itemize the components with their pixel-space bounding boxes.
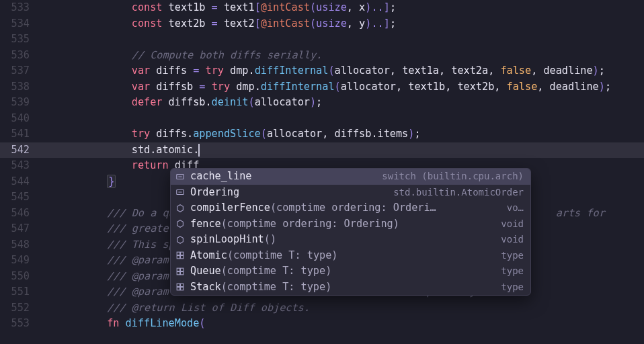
code-content[interactable]: const text1b = text1[@intCast(usize, x).… (44, 0, 396, 16)
method-icon (175, 234, 185, 245)
autocomplete-item-label: compilerFence(comptime ordering: Orderi… (190, 200, 501, 216)
token-op: ( (328, 64, 334, 77)
method-icon (175, 219, 185, 229)
code-content[interactable]: const text2b = text2[@intCast(usize, y).… (44, 16, 396, 32)
token-ident: dmp. (224, 64, 255, 77)
autocomplete-item[interactable]: Stack(comptime T: type)type (171, 280, 530, 296)
code-content[interactable]: std.atomic. (44, 142, 200, 159)
line-number: 537 (0, 63, 44, 79)
code-content[interactable]: var diffsb = try dmp.diffInternal(alloca… (44, 79, 611, 95)
line-number: 538 (0, 79, 44, 95)
token-ident: , y (347, 17, 365, 30)
svg-rect-14 (177, 288, 179, 290)
autocomplete-item[interactable]: fence(comptime ordering: Ordering)void (171, 216, 530, 232)
code-line[interactable]: 541 try diffs.appendSlice(allocator, dif… (0, 126, 644, 142)
const-icon (175, 187, 185, 198)
token-ident (205, 81, 211, 93)
line-number: 536 (0, 48, 44, 64)
autocomplete-item-label: spinLoopHint() (190, 232, 495, 248)
const-icon (175, 171, 185, 181)
code-line[interactable]: 552 /// @return List of Diff objects. (0, 300, 644, 316)
autocomplete-item[interactable]: Orderingstd.builtin.AtomicOrder (171, 185, 530, 201)
code-content[interactable]: try diffs.appendSlice(allocator, diffsb.… (44, 126, 421, 142)
code-line[interactable]: 533 const text1b = text1[@intCast(usize,… (0, 0, 644, 16)
method-icon (175, 203, 185, 213)
struct-icon (175, 251, 185, 261)
autocomplete-item-hint: switch (builtin.cpu.arch) (382, 169, 524, 185)
code-line[interactable]: 536 // Compute both diffs serially. (0, 48, 644, 64)
token-keyword: try (132, 128, 150, 140)
token-ident: diffs. (150, 128, 193, 140)
autocomplete-item[interactable]: Atomic(comptime T: type)type (171, 248, 530, 264)
token-keyword: var (132, 81, 150, 93)
code-line[interactable]: 542 std.atomic. (0, 142, 644, 159)
code-content[interactable]: var diffs = try dmp.diffInternal(allocat… (44, 63, 605, 79)
token-op: = (193, 64, 199, 77)
code-line[interactable]: 539 defer diffsb.deinit(allocator); (0, 95, 644, 111)
token-ident: allocator, diffsb.items (267, 128, 408, 140)
token-func: appendSlice (193, 128, 261, 140)
token-op: .. (371, 1, 383, 13)
token-builtin: @intCast (261, 1, 310, 13)
svg-rect-12 (177, 284, 179, 286)
code-line[interactable]: 553 fn diffLineMode( (0, 316, 644, 332)
autocomplete-item-hint: type (501, 263, 524, 280)
autocomplete-item-label: cache_line (190, 169, 376, 185)
line-number: 542 (0, 142, 44, 159)
token-ident: ; (390, 17, 396, 30)
autocomplete-item[interactable]: spinLoopHint()void (171, 232, 530, 248)
line-number: 547 (0, 221, 44, 237)
token-ident: ; (316, 96, 322, 108)
struct-icon (175, 282, 185, 292)
token-op: [ (255, 17, 261, 30)
line-number: 553 (0, 316, 44, 332)
code-line[interactable]: 538 var diffsb = try dmp.diffInternal(al… (0, 79, 644, 95)
autocomplete-item[interactable]: Queue(comptime T: type)type (171, 263, 530, 280)
code-content[interactable]: /// @return List of Diff objects. (44, 300, 310, 316)
autocomplete-item[interactable]: cache_lineswitch (builtin.cpu.arch) (171, 169, 530, 185)
token-ident: , deadline (531, 64, 592, 77)
token-op: ( (310, 17, 316, 30)
token-func: diffLineMode (126, 317, 200, 329)
token-keyword: var (132, 64, 150, 77)
autocomplete-item-hint: void (501, 216, 524, 232)
token-ident: ; (390, 1, 396, 13)
svg-rect-7 (180, 256, 183, 259)
code-editor[interactable]: 533 const text1b = text1[@intCast(usize,… (0, 0, 644, 344)
autocomplete-item-hint: type (501, 280, 524, 296)
line-number: 543 (0, 158, 44, 174)
autocomplete-item-label: fence(comptime ordering: Ordering) (190, 216, 495, 232)
code-line[interactable]: 535 (0, 32, 644, 48)
token-op: = (212, 1, 218, 13)
token-ident: ; (414, 128, 420, 140)
line-number: 552 (0, 300, 44, 316)
code-content[interactable]: } (44, 174, 116, 190)
token-ident: allocator, text1a, text2a, (335, 64, 501, 77)
code-content[interactable]: defer diffsb.deinit(allocator); (44, 95, 322, 111)
svg-rect-5 (180, 252, 183, 255)
autocomplete-item-hint: type (501, 248, 524, 264)
token-ident: text2 (218, 17, 255, 30)
autocomplete-popup[interactable]: cache_lineswitch (builtin.cpu.arch)Order… (170, 168, 531, 296)
line-number: 544 (0, 174, 44, 190)
autocomplete-item[interactable]: compilerFence(comptime ordering: Orderi…… (171, 200, 530, 216)
line-number: 533 (0, 0, 44, 16)
token-ident: allocator (255, 96, 310, 108)
token-op: ( (199, 317, 205, 329)
code-line[interactable]: 534 const text2b = text2[@intCast(usize,… (0, 16, 644, 32)
code-line[interactable]: 540 (0, 111, 644, 127)
line-number: 551 (0, 284, 44, 300)
svg-rect-11 (180, 271, 183, 274)
token-ident: dmp. (230, 81, 261, 93)
autocomplete-item-hint: void (501, 232, 524, 248)
code-content[interactable]: // Compute both diffs serially. (44, 48, 322, 64)
token-op: ) (593, 64, 599, 77)
line-number: 540 (0, 111, 44, 127)
code-line[interactable]: 537 var diffs = try dmp.diffInternal(all… (0, 63, 644, 79)
autocomplete-item-hint: vo… (507, 200, 524, 216)
line-number: 541 (0, 126, 44, 142)
line-number: 545 (0, 189, 44, 206)
autocomplete-item-label: Ordering (190, 185, 388, 201)
token-op: ( (310, 1, 316, 13)
code-content[interactable]: fn diffLineMode( (44, 316, 206, 332)
